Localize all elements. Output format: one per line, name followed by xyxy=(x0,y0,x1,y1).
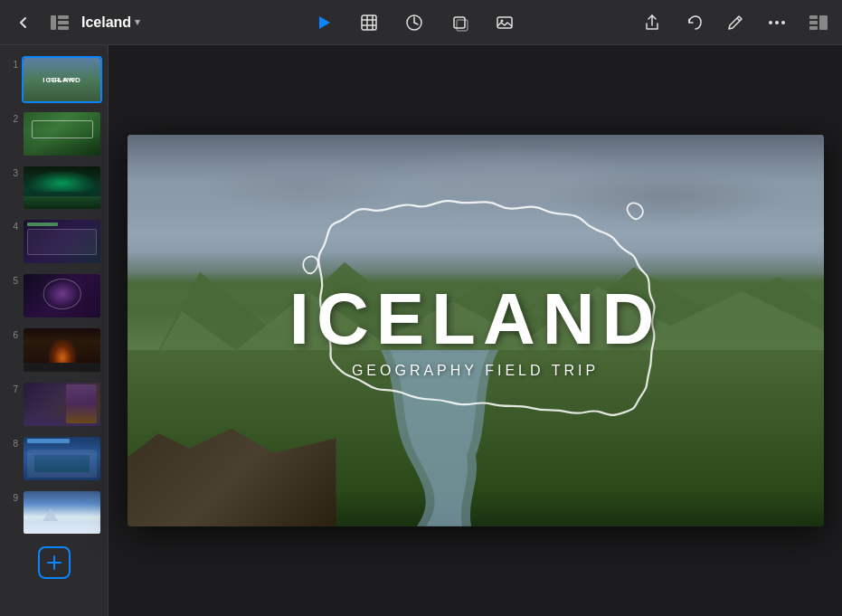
slide-number-1: 1 xyxy=(5,60,18,70)
svg-marker-4 xyxy=(319,16,330,29)
slide-number-5: 5 xyxy=(5,276,18,286)
layers-button[interactable] xyxy=(445,8,474,37)
slide-thumb-wrap-4 xyxy=(22,218,102,265)
slide-item-5[interactable]: 5 xyxy=(0,269,108,323)
svg-rect-13 xyxy=(497,17,512,28)
slide-panel[interactable]: 1 ICELAND 2 3 xyxy=(0,45,109,616)
add-slide-button[interactable] xyxy=(38,546,71,579)
play-button[interactable] xyxy=(309,8,338,37)
slide-number-2: 2 xyxy=(5,114,18,124)
slide-thumb-wrap-8 xyxy=(22,435,102,482)
svg-rect-3 xyxy=(58,26,69,30)
topbar: Iceland ▾ xyxy=(0,0,842,45)
slide-thumbnail-3 xyxy=(24,166,100,210)
canvas-area[interactable]: ICELAND GEOGRAPHY FIELD TRIP xyxy=(109,45,842,616)
svg-rect-22 xyxy=(809,26,818,30)
slide-number-4: 4 xyxy=(5,222,18,232)
title-text: Iceland xyxy=(81,14,131,31)
annotate-button[interactable] xyxy=(721,8,750,37)
share-button[interactable] xyxy=(638,8,667,37)
svg-rect-1 xyxy=(58,15,69,19)
svg-rect-21 xyxy=(809,21,818,24)
svg-point-16 xyxy=(769,21,772,24)
svg-point-17 xyxy=(775,21,779,24)
slide-thumbnail-9 xyxy=(24,491,100,535)
slide-thumbnail-2 xyxy=(24,112,100,156)
slide-thumb-wrap-3 xyxy=(22,165,102,212)
slide-thumb-wrap-5 xyxy=(22,272,102,319)
slide-number-3: 3 xyxy=(5,168,18,178)
slide-thumbnail-7 xyxy=(24,383,100,426)
navigator-toggle-button[interactable] xyxy=(45,8,74,37)
table-button[interactable] xyxy=(355,8,383,37)
title-dropdown-icon: ▾ xyxy=(135,16,140,28)
svg-rect-19 xyxy=(819,15,828,30)
media-button[interactable] xyxy=(490,8,519,37)
undo-button[interactable] xyxy=(679,8,708,37)
svg-point-18 xyxy=(781,21,785,24)
svg-rect-0 xyxy=(51,15,56,30)
slide-number-7: 7 xyxy=(5,384,18,394)
slide-number-9: 9 xyxy=(5,493,18,503)
slide-item-1[interactable]: 1 ICELAND xyxy=(0,52,108,107)
toolbar-center xyxy=(190,8,638,37)
slide-item-4[interactable]: 4 xyxy=(0,214,108,269)
document-title[interactable]: Iceland ▾ xyxy=(81,14,140,31)
svg-rect-5 xyxy=(362,15,376,30)
slide-canvas: ICELAND GEOGRAPHY FIELD TRIP xyxy=(128,135,824,526)
back-button[interactable] xyxy=(9,8,38,37)
toolbar-right xyxy=(638,8,833,37)
slide-thumb-wrap-1: ICELAND xyxy=(22,56,102,103)
slide-thumbnail-4 xyxy=(24,220,100,263)
main-content: 1 ICELAND 2 3 xyxy=(0,45,842,616)
slide-item-7[interactable]: 7 xyxy=(0,377,108,431)
svg-line-15 xyxy=(737,18,740,21)
slide-thumb-wrap-6 xyxy=(22,327,102,374)
slide-thumb-wrap-7 xyxy=(22,381,102,428)
slide-number-8: 8 xyxy=(5,439,18,449)
slide-item-3[interactable]: 3 xyxy=(0,161,108,215)
slide-thumbnail-6 xyxy=(24,328,100,372)
slide-thumbnail-5 xyxy=(24,274,100,317)
chart-button[interactable] xyxy=(400,8,429,37)
slide-number-6: 6 xyxy=(5,330,18,340)
slide-title-container: ICELAND GEOGRAPHY FIELD TRIP xyxy=(289,283,662,379)
slide-main-title: ICELAND xyxy=(289,283,662,355)
slide-item-6[interactable]: 6 xyxy=(0,323,108,377)
slide-subtitle: GEOGRAPHY FIELD TRIP xyxy=(289,363,662,379)
slide-item-2[interactable]: 2 xyxy=(0,107,108,161)
svg-rect-2 xyxy=(58,21,69,24)
more-button[interactable] xyxy=(762,8,791,37)
slide-1-label: ICELAND xyxy=(48,77,75,82)
slide-thumbnail-1: ICELAND xyxy=(24,58,100,101)
slide-thumbnail-8 xyxy=(24,437,100,480)
svg-rect-12 xyxy=(457,20,468,31)
svg-rect-11 xyxy=(454,17,465,28)
format-button[interactable] xyxy=(804,8,833,37)
svg-rect-20 xyxy=(809,15,818,19)
toolbar-left: Iceland ▾ xyxy=(9,8,190,37)
slide-thumb-wrap-9 xyxy=(22,489,102,536)
slide-item-9[interactable]: 9 xyxy=(0,486,108,540)
slide-item-8[interactable]: 8 xyxy=(0,431,108,486)
slide-thumb-wrap-2 xyxy=(22,110,102,157)
